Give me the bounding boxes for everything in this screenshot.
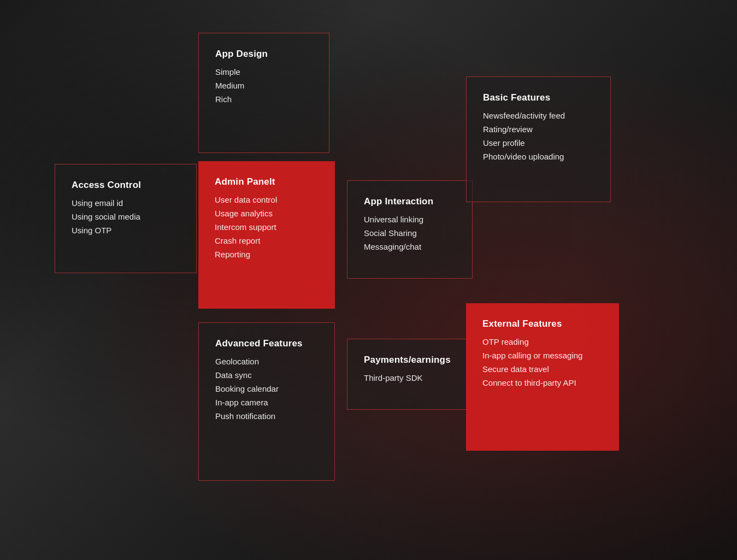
app-interaction-title: App Interaction	[364, 196, 456, 207]
payments-card: Payments/earnings Third-party SDK	[347, 339, 467, 410]
access-control-card: Access Control Using email idUsing socia…	[55, 164, 197, 273]
list-item: User profile	[483, 138, 594, 148]
access-control-list: Using email idUsing social mediaUsing OT…	[72, 198, 180, 235]
list-item: Push notification	[215, 411, 318, 421]
list-item: Messaging/chat	[364, 242, 456, 251]
external-features-list: OTP readingIn-app calling or messagingSe…	[482, 337, 603, 387]
list-item: Reporting	[215, 250, 319, 259]
advanced-features-title: Advanced Features	[215, 338, 318, 349]
list-item: Universal linking	[364, 215, 456, 224]
list-item: Data sync	[215, 370, 318, 380]
list-item: In-app camera	[215, 398, 318, 407]
admin-panel-list: User data controlUsage analyticsIntercom…	[215, 195, 319, 259]
list-item: In-app calling or messaging	[482, 351, 603, 360]
list-item: Secure data travel	[482, 364, 603, 374]
list-item: OTP reading	[482, 337, 603, 346]
app-design-title: App Design	[215, 49, 313, 60]
canvas: App Design SimpleMediumRich Access Contr…	[0, 0, 737, 560]
basic-features-card: Basic Features Newsfeed/activity feedRat…	[466, 76, 611, 202]
access-control-title: Access Control	[72, 180, 180, 191]
list-item: User data control	[215, 195, 319, 204]
payments-title: Payments/earnings	[364, 355, 450, 366]
list-item: Intercom support	[215, 222, 319, 232]
external-features-card: External Features OTP readingIn-app call…	[466, 303, 619, 451]
list-item: Rating/review	[483, 125, 594, 134]
list-item: Medium	[215, 81, 313, 90]
basic-features-list: Newsfeed/activity feedRating/reviewUser …	[483, 111, 594, 161]
advanced-features-list: GeolocationData syncBooking calendarIn-a…	[215, 357, 318, 421]
list-item: Rich	[215, 95, 313, 104]
list-item: Social Sharing	[364, 228, 456, 238]
list-item: Using social media	[72, 212, 180, 221]
app-interaction-card: App Interaction Universal linkingSocial …	[347, 180, 473, 279]
admin-panel-title: Admin Panelt	[215, 176, 319, 187]
list-item: Usage analytics	[215, 209, 319, 218]
advanced-features-card: Advanced Features GeolocationData syncBo…	[198, 322, 335, 481]
list-item: Using OTP	[72, 226, 180, 235]
list-item: Geolocation	[215, 357, 318, 366]
app-design-list: SimpleMediumRich	[215, 67, 313, 104]
list-item: Crash report	[215, 236, 319, 245]
payments-list: Third-party SDK	[364, 373, 450, 382]
admin-panel-card: Admin Panelt User data controlUsage anal…	[198, 161, 335, 309]
list-item: Third-party SDK	[364, 373, 450, 382]
app-design-card: App Design SimpleMediumRich	[198, 33, 329, 153]
list-item: Connect to third-party API	[482, 378, 603, 387]
external-features-title: External Features	[482, 319, 603, 329]
list-item: Using email id	[72, 198, 180, 208]
list-item: Simple	[215, 67, 313, 76]
list-item: Booking calendar	[215, 384, 318, 393]
app-interaction-list: Universal linkingSocial SharingMessaging…	[364, 215, 456, 251]
list-item: Photo/video uploading	[483, 152, 594, 161]
list-item: Newsfeed/activity feed	[483, 111, 594, 120]
basic-features-title: Basic Features	[483, 92, 594, 103]
